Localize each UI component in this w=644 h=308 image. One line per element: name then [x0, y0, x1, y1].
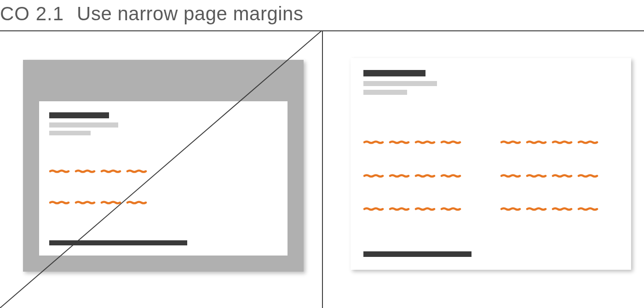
content-squiggle-icon: [363, 174, 478, 178]
slide-content-area: [49, 111, 277, 245]
good-example-panel: [323, 30, 644, 308]
footer-bar-icon: [49, 240, 187, 245]
footer-bar-icon: [363, 251, 472, 257]
content-squiggle-icon: [49, 169, 162, 173]
subtitle-bar-icon: [363, 90, 407, 95]
guideline-heading: CO 2.1Use narrow page margins: [0, 3, 303, 25]
content-squiggle-icon: [49, 201, 162, 204]
guideline-code: CO 2.1: [0, 3, 64, 24]
slide-wide-margins: [23, 60, 304, 272]
content-squiggle-icon: [500, 207, 615, 211]
title-bar-icon: [363, 70, 426, 76]
slide-content-area: [363, 69, 618, 259]
slide-narrow-margins: [351, 58, 631, 270]
content-squiggle-icon: [363, 207, 478, 211]
content-squiggle-icon: [500, 140, 615, 144]
title-bar-icon: [49, 112, 109, 118]
guideline-title: Use narrow page margins: [77, 3, 303, 24]
bad-example-panel: [0, 30, 322, 308]
content-squiggle-icon: [500, 174, 615, 178]
content-squiggle-icon: [363, 140, 478, 144]
subtitle-bar-icon: [49, 122, 118, 128]
subtitle-bar-icon: [49, 131, 91, 135]
subtitle-bar-icon: [363, 81, 437, 86]
slide-wide-inner: [39, 101, 288, 256]
